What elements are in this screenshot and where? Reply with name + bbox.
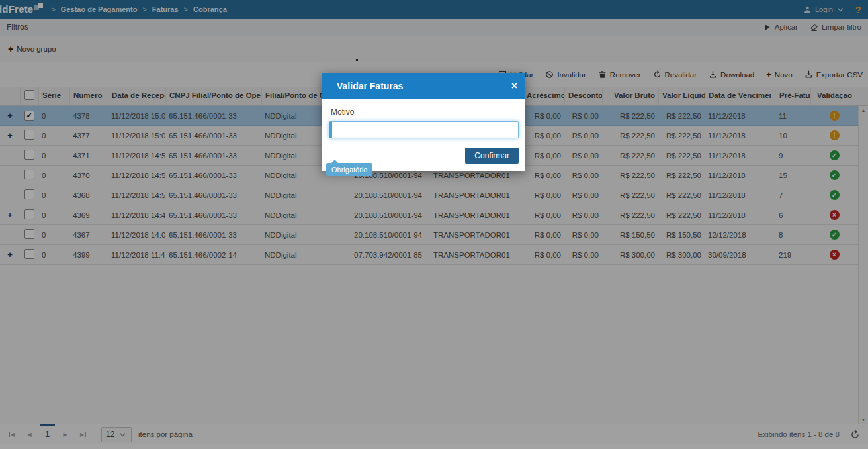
app-window: ddFrete >Gestão de Pagamento>Faturas>Cob…	[0, 0, 868, 449]
modal-header: Validar Faturas ×	[322, 73, 525, 99]
validation-tooltip: Obrigatório	[326, 163, 372, 176]
modal-overlay	[0, 0, 868, 449]
modal-body: Motivo Obrigatório Confirmar	[322, 99, 525, 171]
modal-title: Validar Faturas	[337, 81, 403, 91]
validate-invoices-modal: Validar Faturas × Motivo Obrigatório Con…	[322, 73, 525, 171]
motivo-input-wrap	[329, 121, 519, 138]
cursor-dot	[356, 59, 358, 61]
confirm-button[interactable]: Confirmar	[465, 148, 519, 164]
input-accent-bar	[329, 122, 332, 138]
motivo-input[interactable]	[329, 122, 518, 138]
text-caret	[335, 125, 335, 135]
close-icon[interactable]: ×	[511, 81, 517, 91]
motivo-label: Motivo	[331, 107, 519, 117]
